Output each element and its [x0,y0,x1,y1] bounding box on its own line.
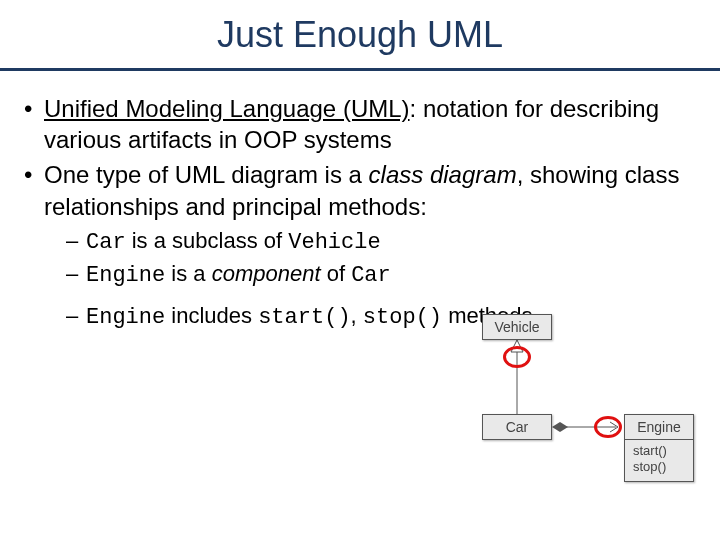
sub-3-mid2: , [351,303,363,328]
sub-1: Car is a subclass of Vehicle [44,226,698,258]
sub-3-code3: stop() [363,305,442,330]
class-vehicle: Vehicle [482,314,552,340]
class-engine-name: Engine [625,415,693,439]
sub-1-code2: Vehicle [288,230,380,255]
sub-2: Engine is a component of Car [44,259,698,291]
engine-method-1: start() [633,443,685,459]
slide-content: Unified Modeling Language (UML): notatio… [0,71,720,333]
bullet-1-term: Unified Modeling Language (UML) [44,95,410,122]
bullet-2: One type of UML diagram is a class diagr… [22,159,698,332]
class-engine-methods: start() stop() [625,439,693,481]
slide-title: Just Enough UML [0,0,720,68]
sub-2-mid2: of [321,261,352,286]
highlight-circle-icon [503,346,531,368]
svg-marker-3 [552,422,568,432]
class-vehicle-name: Vehicle [483,315,551,339]
sub-2-code2: Car [351,263,391,288]
engine-method-2: stop() [633,459,685,475]
sub-2-italic: component [212,261,321,286]
sub-2-code1: Engine [86,263,165,288]
sub-1-mid: is a subclass of [126,228,289,253]
sub-3-code2: start() [258,305,350,330]
class-car-name: Car [483,415,551,439]
bullet-2-italic: class diagram [369,161,517,188]
bullet-1: Unified Modeling Language (UML): notatio… [22,93,698,155]
bullet-2-a: One type of UML diagram is a [44,161,369,188]
class-car: Car [482,414,552,440]
sub-2-mid: is a [165,261,211,286]
sub-3-mid: includes [165,303,258,328]
uml-diagram: Vehicle Car Engine start() stop() [454,314,708,524]
highlight-circle-icon [594,416,622,438]
class-engine: Engine start() stop() [624,414,694,482]
sub-3-code1: Engine [86,305,165,330]
sub-1-code1: Car [86,230,126,255]
